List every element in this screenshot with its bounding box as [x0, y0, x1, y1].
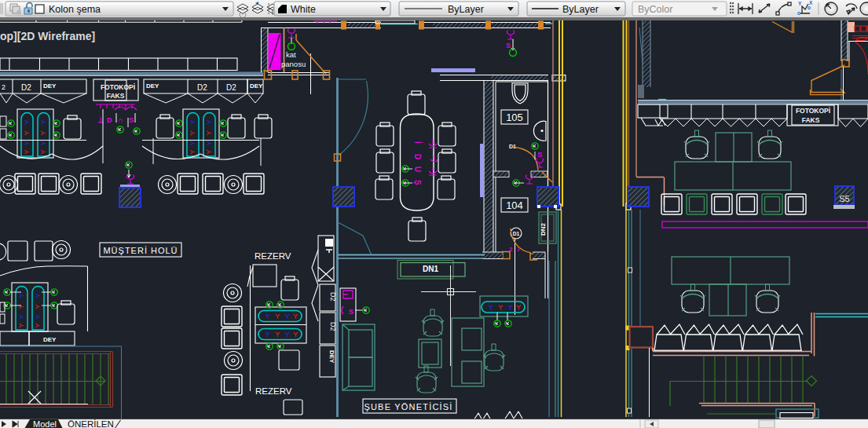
svg-text:D: D: [107, 116, 112, 124]
svg-text:2: 2: [509, 246, 513, 253]
svg-text:FAKS: FAKS: [802, 116, 820, 124]
svg-text:D1: D1: [513, 231, 520, 236]
svg-text:S: S: [506, 42, 511, 49]
svg-text:o: o: [797, 10, 800, 16]
svg-text:∩: ∩: [118, 116, 123, 124]
svg-text:ByColor: ByColor: [638, 4, 672, 15]
svg-text:Kolon şema: Kolon şema: [49, 4, 101, 15]
svg-text:D2: D2: [197, 83, 207, 92]
svg-text:FOTOKOPİ: FOTOKOPİ: [796, 107, 830, 115]
svg-text:D2: D2: [329, 292, 337, 302]
svg-text:DN2: DN2: [540, 222, 547, 236]
svg-text:FOTOKOPİ: FOTOKOPİ: [101, 83, 135, 91]
svg-text:S: S: [537, 150, 542, 159]
svg-text:7: 7: [517, 246, 521, 253]
svg-text:S: S: [129, 116, 134, 124]
svg-text:ByLayer: ByLayer: [562, 4, 599, 15]
svg-text:DN1: DN1: [423, 265, 438, 273]
svg-text:Ş: Ş: [413, 180, 422, 185]
svg-text:104: 104: [506, 199, 523, 211]
svg-text:MÜŞTERİ HOLÜ: MÜŞTERİ HOLÜ: [103, 246, 178, 255]
svg-text:U: U: [413, 166, 422, 172]
svg-text:White: White: [291, 4, 316, 15]
svg-text:D: D: [413, 154, 422, 159]
svg-text:ByLayer: ByLayer: [448, 4, 484, 15]
svg-text:D2: D2: [329, 322, 337, 331]
svg-text:DEY: DEY: [328, 350, 335, 364]
svg-text:op][2D Wireframe]: op][2D Wireframe]: [0, 30, 95, 42]
svg-text:DEY: DEY: [250, 82, 263, 90]
svg-text:ÖNERİLEN: ÖNERİLEN: [68, 419, 114, 428]
svg-text:İ: İ: [413, 141, 423, 144]
svg-text:DEY: DEY: [43, 82, 57, 90]
svg-text:105: 105: [506, 112, 523, 123]
svg-text:FAKS: FAKS: [107, 92, 125, 100]
svg-text:kat: kat: [286, 50, 296, 59]
svg-text:D2: D2: [226, 83, 236, 92]
svg-text:ŞUBE YÖNETİCİSİ: ŞUBE YÖNETİCİSİ: [364, 402, 452, 412]
svg-text:Y: Y: [798, 1, 802, 6]
svg-text:D2: D2: [21, 83, 31, 92]
svg-text:Model: Model: [33, 419, 57, 428]
svg-text:DEY: DEY: [43, 336, 57, 343]
svg-text:2: 2: [2, 83, 5, 91]
svg-text:REZERV: REZERV: [255, 386, 292, 396]
svg-text:o: o: [808, 5, 811, 10]
svg-text:REZERV: REZERV: [255, 251, 291, 261]
svg-text:panosu: panosu: [281, 60, 306, 68]
svg-text:DEY: DEY: [146, 82, 159, 90]
svg-text:S5: S5: [839, 194, 849, 203]
svg-text:S: S: [349, 308, 353, 316]
